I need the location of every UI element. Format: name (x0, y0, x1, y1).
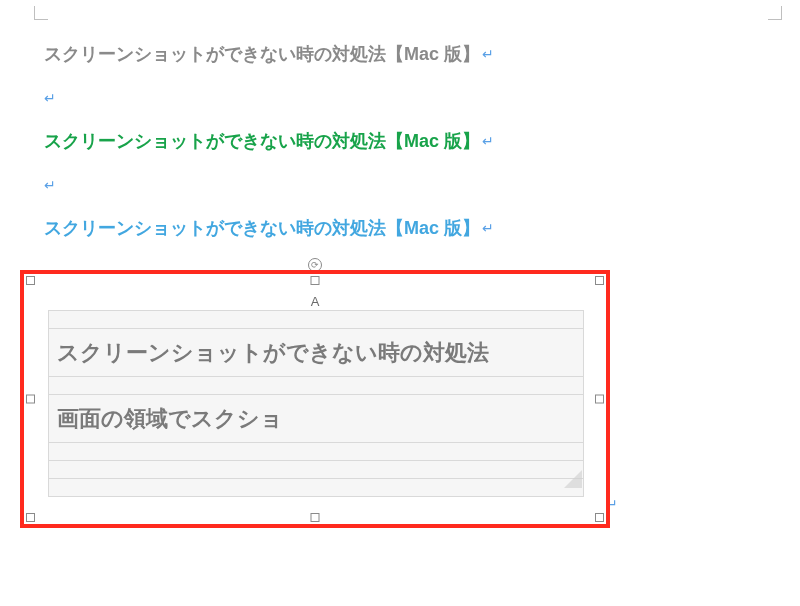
table-cell-empty[interactable] (49, 311, 584, 329)
pilcrow-icon: ↵ (44, 90, 56, 106)
embedded-spreadsheet-object[interactable]: ⟳ A スクリーンショットができない時の対処法 画面の領域でスクショ ↵ (30, 280, 600, 518)
pilcrow-icon: ↵ (44, 177, 56, 193)
paragraph-2-text: スクリーンショットができない時の対処法【Mac 版】 (44, 131, 480, 151)
pilcrow-icon: ↵ (606, 496, 618, 512)
column-header-a: A (311, 294, 320, 309)
selection-handle-se[interactable] (595, 513, 604, 522)
table-cell-empty[interactable] (49, 443, 584, 461)
table-cell-empty[interactable] (49, 479, 584, 497)
selection-handle-n[interactable] (311, 276, 320, 285)
pilcrow-icon: ↵ (482, 133, 494, 149)
selection-handle-s[interactable] (311, 513, 320, 522)
resize-grip-icon[interactable] (564, 470, 582, 488)
table-cell[interactable]: 画面の領域でスクショ (49, 395, 584, 443)
selection-handle-sw[interactable] (26, 513, 35, 522)
paragraph-3-text: スクリーンショットができない時の対処法【Mac 版】 (44, 218, 480, 238)
crop-mark-top-right (768, 6, 782, 20)
paragraph-1[interactable]: スクリーンショットができない時の対処法【Mac 版】↵ (44, 42, 770, 67)
table-cell[interactable]: スクリーンショットができない時の対処法 (49, 329, 584, 377)
pilcrow-icon: ↵ (482, 46, 494, 62)
rotation-handle-icon[interactable]: ⟳ (308, 258, 322, 272)
paragraph-2[interactable]: スクリーンショットができない時の対処法【Mac 版】↵ (44, 129, 770, 154)
empty-paragraph-1[interactable]: ↵ (44, 91, 770, 105)
selection-handle-nw[interactable] (26, 276, 35, 285)
embedded-table[interactable]: スクリーンショットができない時の対処法 画面の領域でスクショ (48, 310, 584, 497)
selection-handle-e[interactable] (595, 395, 604, 404)
selection-handle-w[interactable] (26, 395, 35, 404)
pilcrow-icon: ↵ (482, 220, 494, 236)
table-cell-empty[interactable] (49, 461, 584, 479)
empty-paragraph-2[interactable]: ↵ (44, 178, 770, 192)
crop-mark-top-left (34, 6, 48, 20)
selection-handle-ne[interactable] (595, 276, 604, 285)
paragraph-1-text: スクリーンショットができない時の対処法【Mac 版】 (44, 44, 480, 64)
table-cell-empty[interactable] (49, 377, 584, 395)
rotate-glyph: ⟳ (311, 260, 319, 270)
document-body[interactable]: スクリーンショットができない時の対処法【Mac 版】↵ ↵ スクリーンショットが… (44, 42, 770, 266)
paragraph-3[interactable]: スクリーンショットができない時の対処法【Mac 版】↵ (44, 216, 770, 241)
